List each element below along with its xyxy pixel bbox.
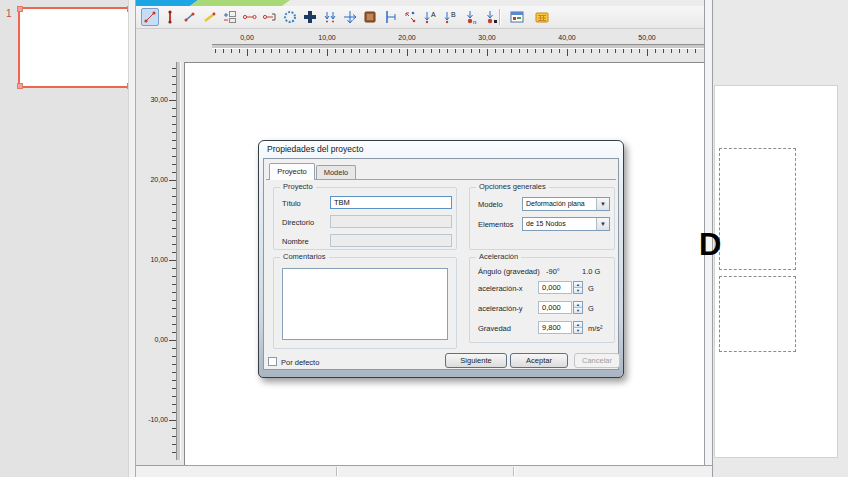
ruler-tick xyxy=(431,49,432,53)
slide-editing-area: D xyxy=(713,0,848,477)
comments-legend: Comentarios xyxy=(280,252,329,261)
generate-mesh-icon[interactable] xyxy=(533,8,551,26)
selection-handle[interactable] xyxy=(17,83,23,89)
dialog-title[interactable]: Propiedades del proyecto xyxy=(267,144,363,154)
ruler-tick xyxy=(172,220,176,221)
node-to-node-anchor-icon[interactable] xyxy=(241,8,259,26)
load-system-b-icon[interactable]: B xyxy=(441,8,459,26)
ruler-label: 30,00 xyxy=(138,96,168,103)
ruler-tick xyxy=(172,236,176,237)
ruler-tick xyxy=(172,108,176,109)
ruler-tick xyxy=(607,49,608,53)
spin-down-button[interactable]: ▼ xyxy=(574,327,582,333)
load-system-a-icon[interactable]: A xyxy=(421,8,439,26)
ruler-tick xyxy=(567,49,568,56)
ruler-tick xyxy=(215,49,216,53)
ruler-tick xyxy=(511,49,512,53)
elementos-dropdown[interactable]: de 15 Nodos ▼ xyxy=(522,217,610,231)
content-placeholder[interactable] xyxy=(719,276,796,352)
ruler-tick xyxy=(247,49,248,56)
ruler-tick xyxy=(172,276,176,277)
ruler-tick xyxy=(172,444,176,445)
spin-down-button[interactable]: ▼ xyxy=(574,287,582,293)
accel-y-label: aceleración-y xyxy=(478,304,523,313)
fixed-end-anchor-icon[interactable] xyxy=(261,8,279,26)
accel-y-spinner: ▲ ▼ xyxy=(573,301,583,314)
standard-fixities-icon[interactable] xyxy=(301,8,319,26)
accel-x-spinner: ▲ ▼ xyxy=(573,281,583,294)
ruler-tick xyxy=(169,420,176,421)
ruler-tick xyxy=(599,49,600,53)
ruler-tick xyxy=(551,49,552,53)
ruler-tick xyxy=(172,268,176,269)
slide-thumbnail[interactable] xyxy=(18,7,132,88)
ruler-tick xyxy=(172,436,176,437)
prescribed-displacement-icon[interactable] xyxy=(381,8,399,26)
acceleration-group: Aceleración Ángulo (gravedad) -90° 1.0 G… xyxy=(469,257,615,343)
ruler-tick xyxy=(279,49,280,53)
ruler-tick xyxy=(503,49,504,53)
ruler-tick xyxy=(687,49,688,53)
ruler-tick xyxy=(271,49,272,53)
ruler-tick xyxy=(172,172,176,173)
geometry-line-icon[interactable] xyxy=(161,8,179,26)
ruler-tick xyxy=(615,49,616,53)
ruler-tick xyxy=(295,49,296,53)
ruler-tick xyxy=(172,348,176,349)
gravity-input[interactable]: 9,800 xyxy=(538,321,572,334)
ruler-tick xyxy=(679,49,680,53)
default-checkbox[interactable] xyxy=(268,357,277,366)
accel-y-input[interactable]: 0,000 xyxy=(538,301,572,314)
ruler-tick xyxy=(591,49,592,53)
spin-down-button[interactable]: ▼ xyxy=(574,307,582,313)
titulo-input[interactable]: TBM xyxy=(330,196,452,209)
ruler-tick xyxy=(172,428,176,429)
tab-modelo[interactable]: Modelo xyxy=(316,165,356,180)
ruler-tick xyxy=(631,49,632,53)
distributed-load-b-icon[interactable] xyxy=(341,8,359,26)
ruler-tick xyxy=(172,212,176,213)
aceptar-button[interactable]: Aceptar xyxy=(510,353,568,368)
ruler-tick xyxy=(172,372,176,373)
general-options-legend: Opciones generales xyxy=(476,182,549,191)
selection-handle[interactable] xyxy=(17,6,23,12)
nombre-label: Nombre xyxy=(282,237,309,246)
geogrid-icon[interactable] xyxy=(201,8,219,26)
modelo-dropdown[interactable]: Deformación plana ▼ xyxy=(522,197,610,211)
ruler-tick xyxy=(172,404,176,405)
accel-x-input[interactable]: 0,000 xyxy=(538,281,572,294)
point-load-a-icon[interactable]: n xyxy=(461,8,479,26)
plate-icon[interactable] xyxy=(181,8,199,26)
interface-icon[interactable] xyxy=(221,8,239,26)
ruler-tick xyxy=(447,49,448,53)
ruler-tick xyxy=(172,284,176,285)
ruler-tick xyxy=(327,49,328,56)
ruler-tick xyxy=(415,49,416,53)
ruler-label: 10,00 xyxy=(312,34,342,41)
comments-textarea[interactable] xyxy=(282,268,448,340)
content-placeholder[interactable] xyxy=(719,148,796,270)
distributed-load-a-icon[interactable] xyxy=(321,8,339,26)
ruler-tick xyxy=(172,332,176,333)
ruler-tick xyxy=(231,49,232,53)
chevron-down-icon[interactable]: ▼ xyxy=(596,218,609,230)
ruler-tick xyxy=(172,188,176,189)
ruler-tick xyxy=(172,156,176,157)
ruler-label: 0,00 xyxy=(138,336,168,343)
output-window-icon[interactable] xyxy=(508,8,526,26)
ruler-tick xyxy=(172,92,176,93)
material-sets-icon[interactable] xyxy=(361,8,379,26)
ruler-tick xyxy=(391,49,392,53)
selection-tool-icon[interactable] xyxy=(141,8,159,26)
slide-number: 1 xyxy=(6,8,12,19)
chevron-down-icon[interactable]: ▼ xyxy=(596,198,609,210)
siguiente-button[interactable]: Siguiente xyxy=(445,353,507,368)
ruler-tick xyxy=(255,49,256,53)
ruler-tick xyxy=(303,49,304,53)
tab-proyecto[interactable]: Proyecto xyxy=(269,163,315,180)
point-load-icon[interactable] xyxy=(401,8,419,26)
project-group-legend: Proyecto xyxy=(280,182,316,191)
ruler-tick xyxy=(583,49,584,53)
point-load-b-icon[interactable] xyxy=(481,8,499,26)
tunnel-designer-icon[interactable] xyxy=(281,8,299,26)
